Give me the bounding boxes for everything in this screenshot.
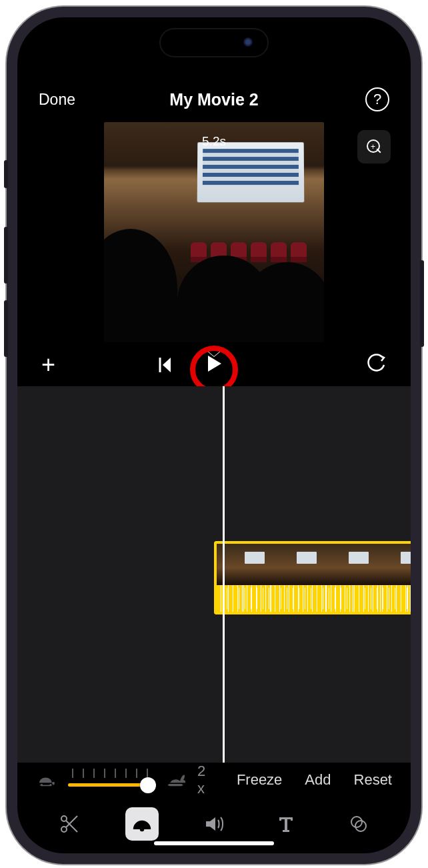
undo-icon bbox=[367, 354, 387, 374]
cut-tab[interactable] bbox=[53, 807, 86, 841]
speed-ruler bbox=[217, 585, 411, 612]
rabbit-icon bbox=[165, 771, 185, 789]
text-icon bbox=[275, 813, 297, 835]
add-speed-button[interactable]: Add bbox=[305, 771, 331, 789]
speedometer-icon bbox=[131, 813, 153, 835]
turtle-icon bbox=[36, 771, 56, 789]
speed-tab[interactable] bbox=[125, 807, 159, 841]
duration-label: 5.2s bbox=[202, 134, 226, 149]
volume-icon bbox=[203, 813, 225, 835]
video-clip[interactable] bbox=[214, 541, 411, 614]
freeze-button[interactable]: Freeze bbox=[237, 771, 282, 789]
reset-speed-button[interactable]: Reset bbox=[354, 771, 392, 789]
phone-frame: Done My Movie 2 ? 5.2s + + bbox=[7, 7, 421, 864]
svg-point-0 bbox=[61, 827, 67, 832]
dynamic-island bbox=[161, 29, 267, 56]
power-button bbox=[420, 260, 424, 347]
add-media-button[interactable]: + bbox=[41, 353, 55, 377]
zoom-in-icon: + bbox=[367, 139, 381, 154]
filters-icon bbox=[348, 813, 369, 835]
slider-thumb[interactable] bbox=[140, 777, 156, 793]
help-button[interactable]: ? bbox=[365, 87, 389, 111]
play-icon bbox=[204, 354, 224, 374]
volume-down-button bbox=[4, 300, 8, 357]
screen: Done My Movie 2 ? 5.2s + + bbox=[17, 17, 411, 853]
help-icon: ? bbox=[373, 91, 381, 108]
volume-tab[interactable] bbox=[197, 807, 231, 841]
project-title: My Movie 2 bbox=[169, 90, 258, 109]
video-preview[interactable] bbox=[104, 122, 324, 342]
playback-controls: + bbox=[17, 344, 411, 381]
playhead[interactable] bbox=[223, 386, 225, 763]
slider-fill bbox=[68, 783, 147, 787]
scissors-icon bbox=[59, 813, 80, 835]
timeline[interactable] bbox=[17, 386, 411, 763]
undo-button[interactable] bbox=[367, 354, 387, 376]
volume-up-button bbox=[4, 227, 8, 284]
skip-to-start-button[interactable] bbox=[159, 356, 172, 374]
home-indicator[interactable] bbox=[154, 841, 274, 845]
slider-ticks bbox=[72, 769, 149, 778]
svg-point-2 bbox=[141, 828, 143, 831]
play-button[interactable] bbox=[204, 364, 224, 376]
zoom-button[interactable]: + bbox=[357, 130, 391, 163]
speed-multiplier-label: 2 x bbox=[197, 763, 214, 797]
header: Done My Movie 2 ? bbox=[17, 81, 411, 118]
silence-switch bbox=[4, 160, 8, 188]
preview-area: 5.2s + bbox=[17, 122, 411, 344]
filters-tab[interactable] bbox=[342, 807, 375, 841]
speed-controls: 2 x Freeze Add Reset bbox=[17, 763, 411, 797]
titles-tab[interactable] bbox=[269, 807, 303, 841]
svg-point-1 bbox=[61, 816, 67, 821]
playhead-indicator-icon bbox=[206, 350, 222, 356]
skip-start-icon bbox=[159, 356, 172, 374]
done-button[interactable]: Done bbox=[39, 91, 75, 109]
speed-slider[interactable] bbox=[68, 769, 153, 791]
